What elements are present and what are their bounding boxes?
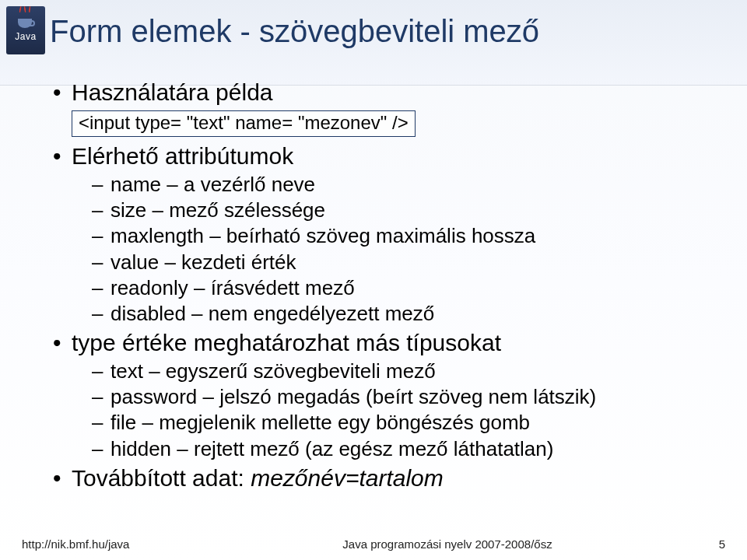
attr-size: size – mező szélessége [87, 198, 716, 223]
transmitted-prefix: Továbbított adat: [72, 465, 251, 491]
type-text: text – egyszerű szövegbeviteli mező [87, 359, 716, 384]
logo-text: Java [15, 31, 36, 42]
slide-title: Form elemek - szövegbeviteli mező [50, 14, 539, 49]
bullet-type-label: type értéke meghatározhat más típusokat [72, 330, 501, 355]
attr-value: value – kezdeti érték [87, 250, 716, 275]
bullet-transmitted: Továbbított adat: mezőnév=tartalom [50, 464, 716, 493]
type-hidden: hidden – rejtett mező (az egész mező lát… [87, 436, 716, 462]
bullet-example: Használatára példa [50, 78, 716, 107]
footer-course: Java programozási nyelv 2007-2008/ősz [216, 537, 679, 551]
bullet-attributes-label: Elérhető attribútumok [72, 143, 293, 169]
coffee-cup-icon [15, 11, 37, 28]
attr-name: name – a vezérlő neve [87, 172, 716, 198]
type-file: file – megjelenik mellette egy böngészés… [87, 410, 716, 436]
transmitted-value: mezőnév=tartalom [251, 465, 444, 491]
type-password: password – jelszó megadás (beírt szöveg … [87, 384, 716, 410]
footer: http://nik.bmf.hu/java Java programozási… [0, 537, 747, 551]
bullet-type: type értéke meghatározhat más típusokat … [50, 328, 716, 461]
slide-content: Használatára példa <input type= "text" n… [50, 78, 716, 495]
bullet-attributes: Elérhető attribútumok name – a vezérlő n… [50, 142, 716, 327]
attr-maxlength: maxlength – beírható szöveg maximális ho… [87, 223, 716, 249]
attr-disabled: disabled – nem engedélyezett mező [87, 301, 716, 327]
footer-url: http://nik.bmf.hu/java [22, 537, 216, 551]
footer-page: 5 [679, 537, 725, 551]
java-logo: Java [6, 6, 45, 54]
code-example: <input type= "text" name= "mezonev" /> [72, 110, 416, 137]
attr-readonly: readonly – írásvédett mező [87, 275, 716, 301]
slide: Java Form elemek - szövegbeviteli mező H… [0, 0, 747, 560]
